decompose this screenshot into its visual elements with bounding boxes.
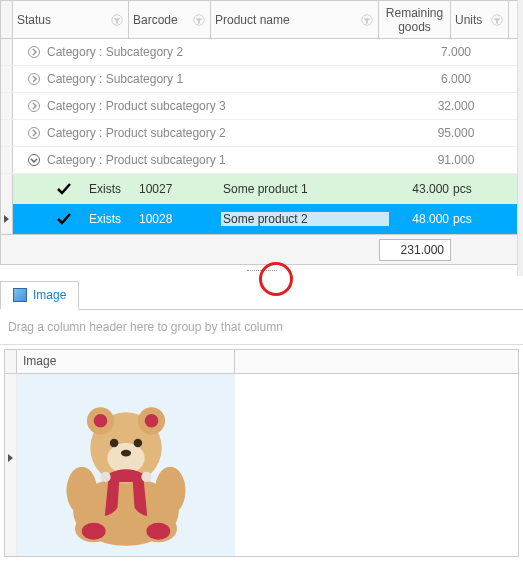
splitter-handle[interactable]: [0, 265, 523, 275]
chevron-right-icon[interactable]: [25, 99, 43, 113]
col-image-label: Image: [23, 354, 56, 368]
group-value: 6.000: [390, 72, 522, 86]
svg-point-8: [29, 155, 40, 166]
col-barcode[interactable]: Barcode: [129, 1, 211, 38]
col-barcode-label: Barcode: [133, 13, 178, 27]
chevron-right-icon[interactable]: [25, 126, 43, 140]
col-units-label: Units: [455, 13, 482, 27]
group-row[interactable]: Category : Product subcategory 295.000: [1, 120, 522, 147]
tab-bar: Image: [0, 281, 523, 310]
col-image[interactable]: Image: [17, 350, 235, 373]
check-icon: [39, 210, 89, 228]
row-indicator-header: [5, 350, 17, 373]
group-row[interactable]: Category : Product subcategory 332.000: [1, 93, 522, 120]
main-grid: Status Barcode Product name Remaining go…: [0, 0, 523, 265]
col-status[interactable]: Status: [13, 1, 129, 38]
chevron-right-icon[interactable]: [25, 72, 43, 86]
row-indicator-header: [1, 1, 13, 38]
cell-product: Some product 1: [221, 182, 389, 196]
group-panel-hint[interactable]: Drag a column header here to group by th…: [0, 310, 523, 345]
data-row[interactable]: Exists 10027 Some product 1 43.000 pcs: [1, 174, 522, 204]
tab-label: Image: [33, 288, 66, 302]
cell-units: pcs: [449, 182, 489, 196]
group-label: Category : Subcategory 2: [43, 45, 390, 59]
detail-grid: Image: [4, 349, 519, 557]
svg-point-26: [141, 472, 151, 482]
vertical-scrollbar[interactable]: [517, 0, 523, 276]
group-row[interactable]: Category : Subcategory 27.000: [1, 39, 522, 66]
cell-status: Exists: [89, 182, 139, 196]
col-status-label: Status: [17, 13, 51, 27]
col-product[interactable]: Product name: [211, 1, 379, 38]
cell-units: pcs: [449, 212, 489, 226]
svg-point-24: [121, 450, 131, 457]
col-units[interactable]: Units: [451, 1, 509, 38]
svg-point-5: [29, 74, 40, 85]
footer-row: 231.000: [1, 234, 522, 264]
group-value: 32.000: [390, 99, 522, 113]
svg-point-15: [155, 467, 186, 515]
svg-point-6: [29, 101, 40, 112]
svg-point-12: [82, 523, 106, 540]
svg-point-22: [110, 439, 119, 448]
svg-point-25: [101, 472, 111, 482]
svg-point-19: [94, 414, 108, 428]
svg-point-21: [107, 443, 144, 474]
group-value: 7.000: [390, 45, 522, 59]
svg-point-14: [67, 467, 98, 515]
group-label: Category : Product subcategory 2: [43, 126, 390, 140]
tab-image[interactable]: Image: [0, 281, 79, 310]
cell-barcode: 10028: [139, 212, 221, 226]
svg-point-23: [134, 439, 143, 448]
header-row: Status Barcode Product name Remaining go…: [1, 1, 522, 39]
filter-icon[interactable]: [192, 13, 206, 27]
check-icon: [39, 180, 89, 198]
group-value: 91.000: [390, 153, 522, 167]
cell-remaining: 48.000: [389, 212, 449, 226]
filter-icon[interactable]: [110, 13, 124, 27]
svg-point-7: [29, 128, 40, 139]
chevron-right-icon[interactable]: [25, 45, 43, 59]
teddy-bear-image: [41, 380, 211, 550]
detail-row[interactable]: [5, 374, 518, 556]
total-value: 231.000: [379, 239, 451, 261]
group-label: Category : Product subcategory 3: [43, 99, 390, 113]
group-row[interactable]: Category : Subcategory 16.000: [1, 66, 522, 93]
cell-product: Some product 2: [221, 212, 389, 226]
group-label: Category : Product subcategory 1: [43, 153, 390, 167]
filter-icon[interactable]: [360, 13, 374, 27]
col-product-label: Product name: [215, 13, 290, 27]
group-label: Category : Subcategory 1: [43, 72, 390, 86]
cell-barcode: 10027: [139, 182, 221, 196]
cell-status: Exists: [89, 212, 139, 226]
data-row-selected[interactable]: Exists 10028 Some product 2 48.000 pcs: [1, 204, 522, 234]
row-indicator: [1, 174, 13, 204]
col-remaining-label: Remaining goods: [383, 6, 446, 34]
detail-header: Image: [5, 350, 518, 374]
grid-body: Category : Subcategory 27.000 Category :…: [1, 39, 522, 234]
filter-icon[interactable]: [490, 13, 504, 27]
group-row[interactable]: Category : Product subcategory 191.000: [1, 147, 522, 174]
cell-remaining: 43.000: [389, 182, 449, 196]
image-icon: [13, 288, 27, 302]
svg-point-4: [29, 47, 40, 58]
group-value: 95.000: [390, 126, 522, 140]
row-indicator: [1, 204, 13, 234]
row-indicator: [5, 374, 17, 556]
svg-point-13: [146, 523, 170, 540]
chevron-down-icon[interactable]: [25, 153, 43, 167]
svg-point-20: [145, 414, 159, 428]
image-cell: [17, 374, 235, 556]
col-remaining[interactable]: Remaining goods: [379, 1, 451, 38]
